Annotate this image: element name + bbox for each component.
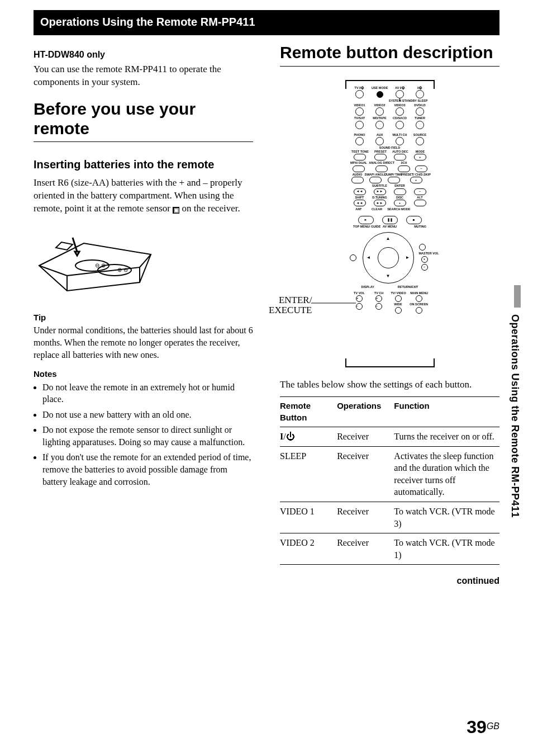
remote-label: DISC bbox=[396, 196, 403, 200]
side-tab-text: Operations Using the Remote RM-PP411 bbox=[508, 314, 522, 518]
tip-label: Tip bbox=[34, 312, 253, 323]
ir-sensor-icon: ▣ bbox=[173, 207, 179, 214]
remote-label: TV/SAT bbox=[354, 117, 365, 120]
table-row: VIDEO 1 Receiver To watch VCR. (VTR mode… bbox=[280, 502, 499, 533]
table-intro: The tables below show the settings of ea… bbox=[280, 379, 499, 391]
remote-label: TV/ VIDEO bbox=[391, 292, 406, 295]
cell-operations: Receiver bbox=[337, 427, 394, 446]
svg-text:⊖ ⊕: ⊖ ⊕ bbox=[95, 262, 106, 268]
cell-function: Turns the receiver on or off. bbox=[394, 427, 499, 446]
page-number: 39GB bbox=[467, 715, 499, 739]
side-tab-mark bbox=[514, 285, 521, 308]
insert-text: Insert R6 (size-AA) batteries with the +… bbox=[34, 177, 253, 215]
cell-function: To watch VCR. (VTR mode 3) bbox=[394, 502, 499, 533]
cell-function: To watch VCR. (VTR mode 1) bbox=[394, 533, 499, 565]
chapter-header: Operations Using the Remote RM-PP411 bbox=[34, 10, 499, 35]
remote-label: ALT bbox=[417, 196, 422, 200]
remote-label: 2CH bbox=[401, 162, 407, 165]
remote-label: MPX/ DUAL bbox=[350, 162, 367, 165]
section-remote-button-description: Remote button description bbox=[280, 43, 499, 67]
remote-label: MAIN MENU bbox=[410, 292, 428, 295]
remote-label: ANALOG DIRECT bbox=[369, 162, 394, 165]
note-item: Do not use a new battery with an old one… bbox=[42, 409, 253, 421]
remote-label: SUBTITLE bbox=[372, 185, 387, 188]
note-item: Do not expose the remote sensor to direc… bbox=[42, 424, 253, 448]
remote-label: TUNER bbox=[415, 117, 425, 120]
remote-label: SHIFT bbox=[355, 196, 364, 200]
remote-label: SWAP/ ANGLE bbox=[364, 173, 386, 177]
play-button: ► bbox=[358, 216, 374, 224]
cell-function: Activates the sleep function and the dur… bbox=[394, 446, 499, 502]
table-row: SLEEP Receiver Activates the sleep funct… bbox=[280, 446, 499, 502]
side-tab: Operations Using the Remote RM-PP411 bbox=[508, 285, 521, 598]
right-column: Remote button description ENTER/ EXECUTE… bbox=[266, 41, 499, 587]
cell-button: I/⏻ bbox=[280, 427, 337, 446]
remote-label: ANT bbox=[355, 208, 361, 211]
enter-execute-callout: ENTER/ EXECUTE bbox=[269, 295, 312, 316]
remote-label: TV VOL bbox=[354, 292, 365, 295]
continued-label: continued bbox=[280, 575, 499, 587]
remote-label: DISPLAY bbox=[361, 286, 374, 289]
remote-label: VIDEO2 bbox=[374, 104, 385, 107]
table-row: I/⏻ Receiver Turns the receiver on or of… bbox=[280, 427, 499, 446]
remote-label: AUTO DEC bbox=[392, 150, 408, 154]
jog-dial: ▲ ▼ ◄ ► bbox=[363, 232, 414, 284]
remote-label: AV MENU bbox=[383, 225, 397, 229]
remote-label: MODE bbox=[416, 150, 425, 154]
notes-label: Notes bbox=[34, 368, 253, 380]
battery-illustration: ⊖ ⊕ ⊕ ⊖ bbox=[34, 226, 156, 294]
cell-operations: Receiver bbox=[337, 502, 394, 533]
remote-label: SOUND FIELD bbox=[350, 147, 430, 150]
cell-button: VIDEO 1 bbox=[280, 502, 337, 533]
notes-list: Do not leave the remote in an extremely … bbox=[34, 381, 253, 488]
remote-label: VIDEO3 bbox=[394, 104, 405, 107]
cell-operations: Receiver bbox=[337, 446, 394, 502]
cell-button: SLEEP bbox=[280, 446, 337, 502]
th-remote-button: Remote Button bbox=[280, 397, 337, 427]
remote-label: CD/SACD bbox=[393, 117, 407, 120]
intro-paragraph: You can use the remote RM-PP411 to opera… bbox=[34, 63, 253, 89]
remote-label: AUX bbox=[377, 134, 383, 137]
table-row: VIDEO 2 Receiver To watch VCR. (VTR mode… bbox=[280, 533, 499, 565]
remote-label: CLEAR bbox=[372, 208, 382, 211]
remote-label: MD/TAPE bbox=[373, 117, 386, 120]
remote-label: SOURCE bbox=[413, 134, 427, 137]
remote-label: TEST TONE bbox=[351, 150, 369, 154]
remote-label: D.TUNING bbox=[372, 196, 387, 200]
remote-diagram: TV I/⏻ USE MODE AV I/⏻ I/⏻ SYSTEM STANDB… bbox=[345, 80, 435, 367]
subsection-inserting-batteries: Inserting batteries into the remote bbox=[34, 158, 253, 171]
remote-label: I/⏻ bbox=[417, 87, 422, 90]
remote-label: SYSTEM STANDBY SLEEP bbox=[350, 100, 430, 103]
page-number-value: 39 bbox=[467, 717, 487, 737]
remote-label: PHONO bbox=[354, 134, 365, 137]
th-operations: Operations bbox=[337, 397, 394, 427]
remote-label: AV I/⏻ bbox=[395, 87, 405, 90]
insert-text-b: on the receiver. bbox=[179, 203, 240, 214]
remote-label: PRESET bbox=[374, 150, 387, 154]
tip-text: Under normal conditions, the batteries s… bbox=[34, 324, 253, 361]
remote-label: RETURN/EXIT bbox=[398, 286, 418, 289]
chapter-header-text: Operations Using the Remote RM-PP411 bbox=[40, 16, 255, 28]
page-number-suffix: GB bbox=[487, 721, 499, 731]
remote-label: USE MODE bbox=[372, 87, 388, 90]
remote-label: MULTI CH bbox=[393, 134, 407, 137]
cell-operations: Receiver bbox=[337, 533, 394, 565]
remote-label: PRESET/ CH/D.SKIP bbox=[401, 173, 431, 177]
remote-label: WIDE bbox=[394, 303, 402, 306]
svg-text:⊕ ⊖: ⊕ ⊖ bbox=[117, 267, 128, 273]
remote-label: VIDEO1 bbox=[354, 104, 365, 107]
model-note: HT-DDW840 only bbox=[34, 49, 253, 61]
page-content: HT-DDW840 only You can use the remote RM… bbox=[0, 35, 533, 587]
note-item: If you don't use the remote for an exten… bbox=[42, 451, 253, 488]
remote-label: TOP MENU/ GUIDE bbox=[353, 225, 375, 229]
remote-label: ON SCREEN bbox=[410, 303, 428, 306]
remote-label: MUTING bbox=[404, 225, 426, 229]
remote-label: TV CH bbox=[374, 292, 384, 295]
pause-button: ❚❚ bbox=[382, 216, 398, 224]
remote-label: TV I/⏻ bbox=[355, 87, 365, 90]
remote-label: SEARCH MODE bbox=[387, 208, 410, 211]
remote-label: MASTER VOL bbox=[419, 252, 430, 256]
button-table: Remote Button Operations Function I/⏻ Re… bbox=[280, 396, 499, 565]
cell-button: VIDEO 2 bbox=[280, 533, 337, 565]
stop-button: ■ bbox=[406, 216, 422, 224]
